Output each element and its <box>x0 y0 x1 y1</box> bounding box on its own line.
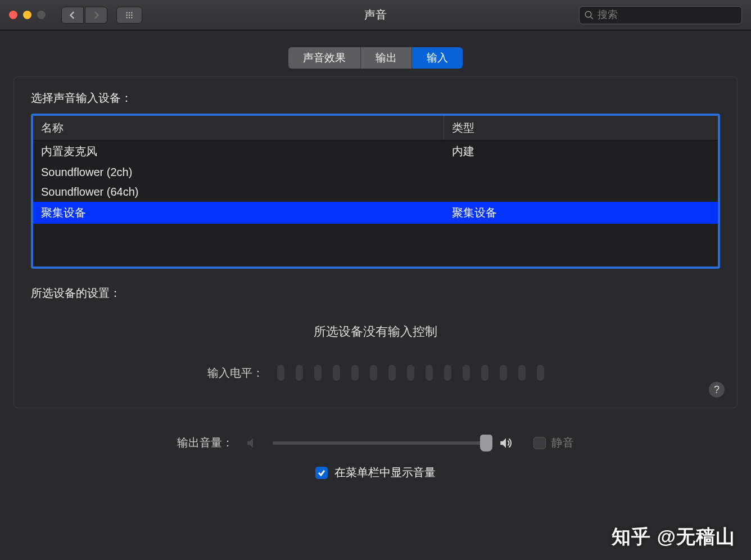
grid-icon <box>125 11 133 19</box>
checkmark-icon <box>318 469 325 477</box>
level-pip <box>481 365 488 381</box>
level-pip <box>463 365 470 381</box>
device-name: 内置麦克风 <box>33 141 444 163</box>
input-level-label: 输入电平： <box>207 365 264 381</box>
device-settings-label: 所选设备的设置： <box>31 286 720 301</box>
level-pip <box>426 365 433 381</box>
search-icon <box>584 10 594 20</box>
maximize-window-button[interactable] <box>37 11 46 19</box>
output-volume-slider[interactable] <box>273 441 486 445</box>
svg-point-3 <box>126 14 127 15</box>
no-input-controls-message: 所选设备没有输入控制 <box>31 323 720 340</box>
device-table: 名称 类型 内置麦克风内建Soundflower (2ch)Soundflowe… <box>31 114 720 269</box>
level-pip <box>407 365 414 381</box>
search-input[interactable] <box>598 9 737 21</box>
level-pip <box>388 365 396 381</box>
input-level-meter <box>277 365 544 381</box>
svg-point-7 <box>129 17 130 18</box>
level-pip <box>351 365 359 381</box>
tab-bar: 声音效果 输出 输入 <box>13 47 738 69</box>
close-window-button[interactable] <box>9 11 17 19</box>
device-type <box>444 162 718 182</box>
tab-input[interactable]: 输入 <box>412 47 463 69</box>
tab-sound-effects[interactable]: 声音效果 <box>288 47 361 69</box>
output-volume-label: 输出音量： <box>177 435 233 450</box>
device-name: Soundflower (2ch) <box>33 162 444 182</box>
speaker-min-icon <box>246 436 260 450</box>
svg-point-2 <box>131 12 132 13</box>
level-pip <box>277 365 284 381</box>
search-field[interactable] <box>579 6 742 24</box>
window-controls <box>9 11 46 19</box>
show-all-button[interactable] <box>116 7 142 24</box>
device-type: 聚集设备 <box>444 202 718 224</box>
svg-point-5 <box>131 14 132 15</box>
input-panel: 选择声音输入设备： 名称 类型 内置麦克风内建Soundflower (2ch)… <box>13 76 738 408</box>
svg-point-8 <box>131 17 132 18</box>
device-row[interactable]: 内置麦克风内建 <box>33 141 718 163</box>
level-pip <box>296 365 303 381</box>
tab-output[interactable]: 输出 <box>361 47 412 69</box>
menubar-volume-checkbox[interactable] <box>315 467 328 479</box>
mute-checkbox-group: 静音 <box>533 435 574 450</box>
help-button[interactable]: ? <box>709 382 725 398</box>
svg-point-0 <box>126 12 127 13</box>
titlebar: 声音 <box>0 0 751 30</box>
slider-thumb[interactable] <box>480 435 492 451</box>
svg-point-1 <box>129 12 130 13</box>
mute-checkbox[interactable] <box>533 437 546 449</box>
device-type: 内建 <box>444 141 718 163</box>
forward-button[interactable] <box>85 7 107 24</box>
menubar-volume-label: 在菜单栏中显示音量 <box>334 465 436 480</box>
device-row[interactable]: Soundflower (2ch) <box>33 162 718 182</box>
level-pip <box>537 365 544 381</box>
level-pip <box>314 365 322 381</box>
select-device-label: 选择声音输入设备： <box>31 91 720 106</box>
level-pip <box>444 365 451 381</box>
level-pip <box>500 365 507 381</box>
mute-label: 静音 <box>551 435 574 450</box>
input-level-row: 输入电平： <box>31 365 720 381</box>
device-row[interactable]: Soundflower (64ch) <box>33 182 718 202</box>
footer: 输出音量： 静音 在菜单栏中显示音量 <box>0 419 751 491</box>
watermark: 知乎 @无穑山 <box>612 524 735 550</box>
device-row[interactable]: 聚集设备聚集设备 <box>33 202 718 224</box>
back-button[interactable] <box>61 7 84 24</box>
speaker-max-icon <box>499 436 513 450</box>
column-name[interactable]: 名称 <box>33 116 444 141</box>
svg-point-4 <box>129 14 130 15</box>
column-type[interactable]: 类型 <box>444 116 718 141</box>
level-pip <box>370 365 377 381</box>
level-pip <box>333 365 340 381</box>
nav-buttons <box>61 7 142 24</box>
minimize-window-button[interactable] <box>23 11 31 19</box>
device-name: 聚集设备 <box>33 202 444 224</box>
device-name: Soundflower (64ch) <box>33 182 444 202</box>
svg-point-6 <box>126 17 127 18</box>
device-type <box>444 182 718 202</box>
level-pip <box>518 365 526 381</box>
